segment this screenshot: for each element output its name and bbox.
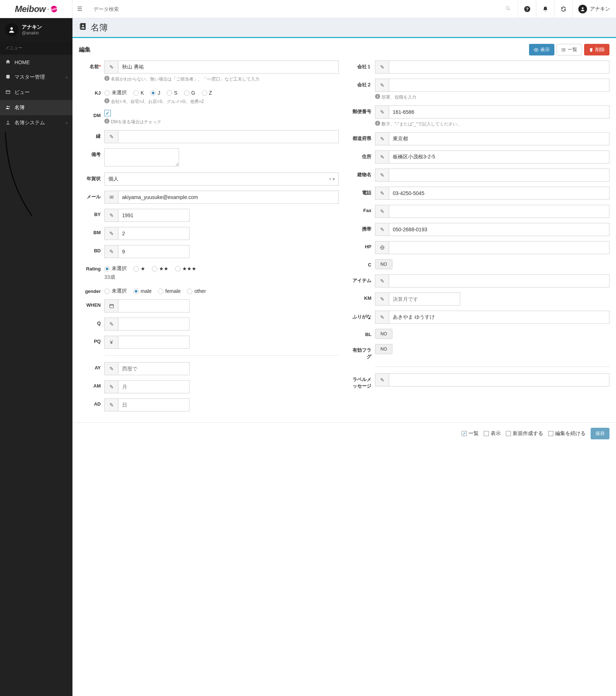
item-input[interactable] bbox=[389, 274, 609, 287]
svg-point-9 bbox=[7, 105, 8, 107]
kj-label: KJ bbox=[79, 87, 104, 96]
pencil-icon: ✎ bbox=[104, 227, 118, 240]
am-input[interactable] bbox=[118, 380, 190, 393]
hamburger-icon[interactable]: ☰ bbox=[72, 5, 87, 12]
clear-icon[interactable]: × ▾ bbox=[326, 177, 335, 182]
footer-create-check[interactable]: 新規作成する bbox=[506, 430, 543, 437]
q-input[interactable] bbox=[118, 318, 190, 331]
km-input[interactable] bbox=[389, 293, 460, 306]
mobile-input[interactable] bbox=[389, 223, 609, 236]
furigana-label: ふりがな bbox=[350, 311, 375, 320]
item-label: アイテム bbox=[350, 274, 375, 284]
gender-radio-none[interactable]: 未選択 bbox=[104, 288, 127, 294]
labelmsg-input[interactable] bbox=[389, 373, 609, 386]
topbar-user[interactable]: アナキン bbox=[572, 0, 616, 18]
mail-label: メール bbox=[79, 191, 104, 200]
kj-radio-z[interactable]: Z bbox=[202, 90, 212, 96]
footer-show-check[interactable]: 表示 bbox=[484, 430, 501, 437]
sidebar-item-home[interactable]: HOME bbox=[0, 55, 72, 70]
search-input[interactable] bbox=[90, 3, 515, 15]
c-toggle[interactable]: NO bbox=[375, 259, 392, 269]
dm-hint: DMを送る場合はチェック bbox=[111, 119, 161, 125]
name-label: 名前 bbox=[90, 64, 99, 69]
kj-radio-g[interactable]: G bbox=[184, 90, 195, 96]
bell-icon[interactable] bbox=[536, 0, 554, 18]
footer-list-check[interactable]: 一覧 bbox=[462, 430, 479, 437]
view-icon bbox=[5, 90, 11, 96]
memo-textarea[interactable] bbox=[104, 148, 179, 166]
divider bbox=[375, 366, 609, 367]
nenga-label: 年賀状 bbox=[79, 173, 104, 182]
avatar-icon bbox=[5, 23, 18, 36]
sidebar-item-meibo[interactable]: 名簿 bbox=[0, 100, 72, 115]
by-input[interactable] bbox=[118, 209, 190, 222]
ay-input[interactable] bbox=[118, 362, 190, 375]
bl-toggle[interactable]: NO bbox=[375, 329, 392, 339]
sidebar-item-label: 名簿 bbox=[14, 104, 25, 111]
km-label: KM bbox=[350, 293, 375, 301]
addr-input[interactable] bbox=[389, 150, 609, 163]
en-input[interactable] bbox=[118, 130, 339, 143]
kj-radio-group: 未選択 K J S G Z bbox=[104, 87, 339, 96]
sidebar-section-label: メニュー bbox=[0, 41, 72, 55]
sidebar-item-label: ビュー bbox=[14, 89, 30, 96]
card-title: 編集 bbox=[79, 46, 91, 54]
sidebar-item-meibo-system[interactable]: 名簿システム ‹ bbox=[0, 115, 72, 130]
user-icon bbox=[5, 120, 11, 126]
footer-continue-check[interactable]: 編集を続ける bbox=[548, 430, 586, 437]
kj-radio-k[interactable]: K bbox=[133, 90, 144, 96]
building-input[interactable] bbox=[389, 169, 609, 182]
zip-hint: 数字、"-"または"_"で記入してください。 bbox=[382, 121, 461, 127]
bm-input[interactable] bbox=[118, 227, 190, 240]
gender-radio-male[interactable]: male bbox=[133, 288, 151, 294]
form-left-column: 名前* ✎ i名前がわからない、無い場合は「ご担当者」、「○○窓口」など工夫して… bbox=[79, 61, 339, 417]
rating-radio-2[interactable]: ★★ bbox=[152, 265, 168, 272]
sidebar-item-master[interactable]: マスター管理 ‹ bbox=[0, 70, 72, 85]
valid-toggle[interactable]: NO bbox=[375, 344, 392, 354]
bd-input[interactable] bbox=[118, 245, 190, 258]
name-input[interactable] bbox=[118, 61, 339, 74]
pref-input[interactable] bbox=[389, 132, 609, 145]
nenga-select[interactable]: 個人 × ▾ bbox=[104, 173, 339, 186]
svg-rect-14 bbox=[80, 24, 80, 25]
envelope-icon: ✉ bbox=[104, 191, 118, 204]
brand-logo[interactable]: Meibow → Beta bbox=[0, 0, 72, 18]
ad-input[interactable] bbox=[118, 398, 190, 411]
calendar-icon bbox=[104, 299, 118, 312]
mail-input[interactable] bbox=[118, 191, 339, 204]
save-button[interactable]: 保存 bbox=[591, 428, 609, 439]
kj-radio-s[interactable]: S bbox=[167, 90, 177, 96]
refresh-icon[interactable] bbox=[554, 0, 572, 18]
rating-radio-3[interactable]: ★★★ bbox=[175, 265, 196, 272]
kj-radio-j[interactable]: J bbox=[150, 90, 160, 96]
list-button[interactable]: 一覧 bbox=[557, 44, 582, 55]
kj-radio-unselected[interactable]: 未選択 bbox=[104, 90, 127, 96]
show-button[interactable]: 表示 bbox=[529, 44, 554, 55]
zip-input[interactable] bbox=[389, 105, 609, 119]
help-icon[interactable]: ? bbox=[518, 0, 536, 18]
search-icon[interactable] bbox=[505, 6, 511, 12]
company1-input[interactable] bbox=[389, 61, 609, 74]
chevron-left-icon: ‹ bbox=[66, 121, 67, 125]
gender-radio-other[interactable]: other bbox=[187, 288, 206, 294]
svg-rect-16 bbox=[80, 28, 80, 29]
delete-button[interactable]: 削除 bbox=[584, 44, 609, 55]
sidebar-item-view[interactable]: ビュー bbox=[0, 85, 72, 100]
gender-radio-female[interactable]: female bbox=[158, 288, 180, 294]
rating-radio-none[interactable]: 未選択 bbox=[104, 265, 127, 272]
pq-input[interactable] bbox=[118, 336, 190, 349]
dm-checkbox[interactable]: ✓ bbox=[104, 110, 111, 116]
fax-input[interactable] bbox=[389, 205, 609, 218]
furigana-input[interactable] bbox=[389, 311, 609, 324]
chevron-left-icon: ‹ bbox=[66, 75, 67, 79]
company2-input[interactable] bbox=[389, 79, 609, 92]
rating-radio-1[interactable]: ★ bbox=[133, 265, 145, 272]
tel-input[interactable] bbox=[389, 187, 609, 200]
when-input[interactable] bbox=[118, 299, 190, 312]
sidebar-user[interactable]: アナキン @anakin bbox=[0, 18, 72, 41]
pencil-icon: ✎ bbox=[375, 293, 389, 306]
svg-point-10 bbox=[8, 106, 9, 107]
company1-label: 会社１ bbox=[350, 61, 375, 70]
hp-input[interactable] bbox=[389, 241, 609, 254]
svg-point-17 bbox=[536, 49, 537, 50]
